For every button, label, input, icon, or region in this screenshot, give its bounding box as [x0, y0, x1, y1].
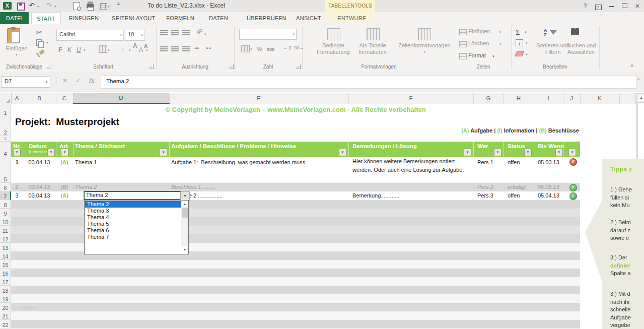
undo-icon[interactable]: ↶: [29, 2, 35, 9]
orientation-dropdown-icon[interactable]: ▾: [204, 32, 206, 36]
table-row[interactable]: [11, 303, 580, 311]
column-header-f[interactable]: F: [348, 93, 474, 104]
filter-button-status[interactable]: ▼: [524, 149, 532, 156]
undo-dropdown-icon[interactable]: ▾: [37, 5, 39, 9]
tab-ueberpruefen[interactable]: ÜBERPRÜFEN: [242, 12, 292, 24]
font-name-combo[interactable]: Calibri▾: [56, 30, 124, 41]
restore-button[interactable]: [618, 0, 631, 12]
delete-cells-button[interactable]: Löschen: [468, 40, 489, 47]
help-button[interactable]: ?: [579, 0, 592, 12]
copy-dropdown-icon[interactable]: ▾: [46, 41, 48, 45]
table-row[interactable]: [11, 294, 580, 303]
cell-a7[interactable]: 3: [11, 191, 23, 200]
fill-icon[interactable]: ↓: [516, 39, 523, 46]
cell-a5[interactable]: 1: [11, 158, 23, 167]
align-left-icon[interactable]: [160, 46, 168, 51]
autosum-dropdown-icon[interactable]: ▾: [525, 30, 527, 34]
format-painter-icon[interactable]: [39, 49, 45, 55]
dropdown-option[interactable]: Thema 2: [85, 201, 183, 208]
row-header-12[interactable]: 12: [0, 234, 11, 243]
dropdown-option[interactable]: Thema 3: [85, 208, 183, 214]
filter-button-datum[interactable]: ▼: [47, 149, 55, 156]
select-all-corner[interactable]: [0, 93, 12, 105]
cell-g7[interactable]: Pers.3: [477, 191, 493, 200]
row-header-19[interactable]: 19: [0, 294, 11, 303]
cell-a6[interactable]: 2: [11, 183, 23, 191]
align-right-icon[interactable]: [182, 46, 190, 51]
cell-i6[interactable]: 05.05.13: [538, 183, 559, 191]
align-top-icon[interactable]: [160, 30, 168, 35]
font-size-combo[interactable]: 10▾: [125, 30, 145, 41]
increase-decimal-icon[interactable]: ←.0: [283, 45, 292, 50]
filter-button-art[interactable]: ▼: [61, 149, 68, 156]
cell-styles-icon[interactable]: [418, 28, 431, 40]
save-icon[interactable]: [17, 3, 25, 11]
row-header-16[interactable]: 16: [0, 269, 11, 277]
underline-icon[interactable]: U: [77, 46, 81, 53]
delete-cells-icon[interactable]: [459, 41, 467, 47]
table-row[interactable]: [11, 286, 580, 294]
align-bottom-icon[interactable]: [182, 30, 190, 35]
row-header-20[interactable]: 20: [0, 303, 11, 311]
insert-cells-dropdown-icon[interactable]: ▾: [499, 30, 502, 34]
thousands-icon[interactable]: 000: [267, 47, 274, 52]
column-header-d[interactable]: D: [73, 93, 170, 104]
bold-icon[interactable]: F: [58, 46, 62, 53]
filter-button-wer[interactable]: ▼: [494, 149, 502, 156]
filter-button-icons[interactable]: ▼: [568, 149, 576, 156]
scroll-up-icon[interactable]: ▲: [181, 201, 188, 207]
expand-formula-bar-icon[interactable]: ▾: [637, 77, 639, 82]
clipboard-dialog-launcher[interactable]: ◿: [47, 64, 51, 69]
format-as-table-button[interactable]: Als Tabelle formatieren: [348, 42, 397, 55]
number-dialog-launcher[interactable]: ◿: [296, 64, 301, 69]
row-header-13[interactable]: 13: [0, 243, 11, 251]
decrease-indent-icon[interactable]: ◂≡: [194, 45, 199, 50]
insert-cells-button[interactable]: Einfügen: [468, 28, 490, 35]
column-header-h[interactable]: H: [504, 93, 534, 104]
currency-icon[interactable]: [241, 45, 250, 52]
conditional-formatting-icon[interactable]: [327, 28, 340, 40]
cell-b5[interactable]: 03.04.13: [23, 158, 56, 167]
cell-f5[interactable]: Hier können weitere Bemerkungen notiert …: [352, 157, 472, 174]
row-header-15[interactable]: 15: [0, 260, 11, 269]
cell-e5[interactable]: Aufgabe 1: Beschreibung was gemacht werd…: [171, 158, 305, 167]
scrollbar-thumb[interactable]: [182, 208, 188, 218]
row-header-21[interactable]: 21: [0, 311, 11, 320]
print-icon[interactable]: [87, 4, 94, 8]
row-header-3[interactable]: 3: [0, 136, 11, 142]
cut-icon[interactable]: ✂: [36, 28, 42, 36]
tab-einfuegen[interactable]: EINFÜGEN: [64, 12, 104, 24]
row-header-11[interactable]: 11: [0, 226, 11, 234]
autosum-icon[interactable]: Σ: [516, 28, 520, 36]
sort-filter-icon[interactable]: AZ: [544, 28, 547, 37]
cell-i7[interactable]: 05.04.13: [538, 191, 559, 200]
cell-f7[interactable]: Bemerkung............: [352, 191, 399, 200]
name-box-dropdown-icon[interactable]: ▾: [45, 80, 47, 84]
cell-b6[interactable]: 03.04.13: [23, 183, 56, 191]
row-header-14[interactable]: 14: [0, 251, 11, 260]
tab-datei[interactable]: DATEI: [0, 12, 29, 24]
cell-d6[interactable]: Thema 2: [75, 183, 97, 191]
minimize-button[interactable]: [605, 0, 618, 12]
close-button[interactable]: ✕: [631, 0, 644, 12]
cell-g5[interactable]: Pers.1: [477, 158, 493, 167]
selected-cell-d7[interactable]: Thema 2: [84, 191, 181, 200]
scroll-down-icon[interactable]: ▼: [181, 246, 188, 253]
font-dialog-launcher[interactable]: ◿: [149, 64, 154, 69]
row-header-7[interactable]: 7: [0, 191, 11, 200]
column-header-i[interactable]: I: [534, 93, 563, 104]
draw-table-dropdown-icon[interactable]: ▾: [108, 5, 110, 9]
row-header-22[interactable]: 22: [0, 320, 11, 328]
cell-h7[interactable]: offen: [508, 191, 520, 200]
underline-dropdown-icon[interactable]: ▾: [84, 48, 86, 52]
cell-i5[interactable]: 05.03.13: [538, 158, 559, 167]
format-as-table-icon[interactable]: [367, 28, 380, 40]
borders-dropdown-icon[interactable]: ▾: [108, 48, 110, 52]
filter-button-aufgaben[interactable]: ▼: [339, 149, 346, 156]
insert-cells-icon[interactable]: [459, 29, 467, 35]
column-header-j[interactable]: J: [563, 93, 581, 104]
cell-h5[interactable]: offen: [508, 158, 520, 167]
table-row[interactable]: [11, 320, 580, 328]
filter-button-bis-wann[interactable]: ▼: [555, 149, 563, 156]
cell-styles-button[interactable]: Zellenformatvorlagen ▾: [397, 42, 452, 55]
